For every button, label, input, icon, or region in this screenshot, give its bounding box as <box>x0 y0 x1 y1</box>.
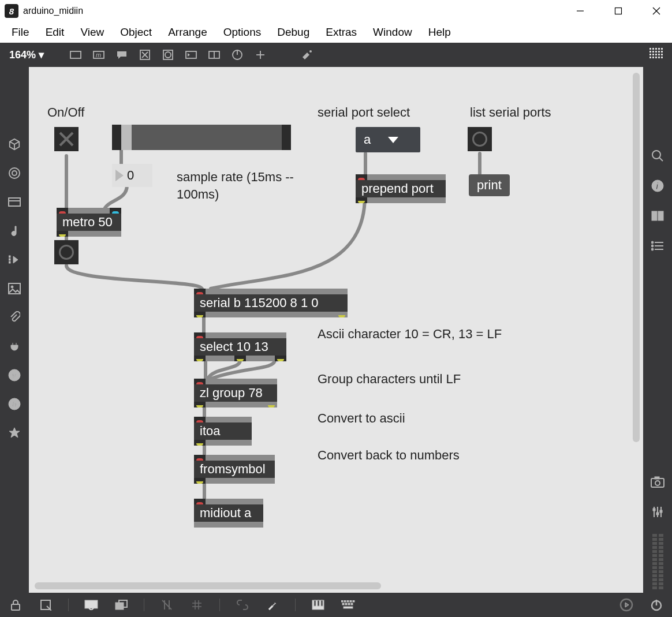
menu-arrange[interactable]: Arrange <box>160 23 215 42</box>
patcher-canvas[interactable]: On/Off serial port select list serial po… <box>29 67 643 593</box>
search-icon[interactable] <box>649 148 666 164</box>
add-icon[interactable] <box>252 47 269 62</box>
menu-file[interactable]: File <box>3 23 38 42</box>
menu-edit[interactable]: Edit <box>38 23 73 42</box>
object-text: select 10 13 <box>194 338 286 356</box>
camera-icon[interactable] <box>649 474 666 490</box>
right-palette: i <box>643 67 672 593</box>
object-metro[interactable]: metro 50 <box>57 208 121 237</box>
level-meter <box>652 534 663 589</box>
comment-fromsymbol: Convert back to numbers <box>318 448 460 463</box>
svg-rect-59 <box>652 211 657 220</box>
object-select[interactable]: select 10 13 <box>194 332 286 361</box>
object-zlgroup[interactable]: zl group 78 <box>194 379 277 407</box>
vertical-scrollbar[interactable] <box>633 73 640 442</box>
v-circle-icon[interactable]: v <box>6 367 23 383</box>
svg-rect-69 <box>655 477 659 479</box>
snap-off-icon[interactable] <box>159 597 174 612</box>
menu-debug[interactable]: Debug <box>269 23 318 42</box>
svg-text:b: b <box>12 400 16 409</box>
object-text: print <box>469 174 510 196</box>
svg-rect-1 <box>615 8 622 14</box>
svg-rect-89 <box>321 600 323 606</box>
plug-icon[interactable] <box>6 338 23 354</box>
target-icon[interactable] <box>6 165 23 181</box>
new-object-icon[interactable] <box>67 47 84 62</box>
minimize-button[interactable] <box>567 2 593 20</box>
object-serial[interactable]: serial b 115200 8 1 0 <box>194 289 348 317</box>
object-prepend-port[interactable]: prepend port <box>356 174 446 203</box>
message-print[interactable]: print <box>469 174 510 196</box>
svg-rect-22 <box>652 48 654 50</box>
menu-help[interactable]: Help <box>420 23 459 42</box>
bang-list-ports[interactable] <box>468 127 492 151</box>
menu-window[interactable]: Window <box>365 23 420 42</box>
star-icon[interactable] <box>6 425 23 441</box>
keyboard-icon[interactable] <box>341 597 356 612</box>
object-midiout[interactable]: midiout a <box>194 499 263 528</box>
open-patcher-icon[interactable] <box>38 597 53 612</box>
slider-sample-rate[interactable] <box>112 125 291 150</box>
new-toggle-icon[interactable] <box>136 47 154 62</box>
dropdown-serial-port[interactable]: a <box>356 127 420 152</box>
cube-icon[interactable] <box>6 136 23 152</box>
info-icon[interactable]: i <box>649 178 666 194</box>
menu-options[interactable]: Options <box>215 23 269 42</box>
panel-icon[interactable] <box>6 194 23 210</box>
new-number-icon[interactable] <box>182 47 200 62</box>
menu-view[interactable]: View <box>72 23 112 42</box>
svg-rect-78 <box>12 604 20 610</box>
image-icon[interactable] <box>6 281 23 297</box>
dropdown-value: a <box>364 132 371 147</box>
svg-rect-35 <box>661 54 663 55</box>
menu-object[interactable]: Object <box>112 23 160 42</box>
svg-point-55 <box>652 151 660 159</box>
attach-icon[interactable] <box>6 309 23 326</box>
svg-line-85 <box>162 600 171 609</box>
power-icon[interactable] <box>649 597 664 612</box>
note-icon[interactable] <box>6 223 23 239</box>
bang-metro-out[interactable] <box>54 240 79 264</box>
svg-rect-90 <box>341 600 343 602</box>
new-comment-icon[interactable] <box>113 47 130 62</box>
object-text: fromsymbol <box>194 461 275 478</box>
step-icon[interactable] <box>6 252 23 268</box>
new-slider-icon[interactable] <box>206 47 223 62</box>
columns-icon[interactable] <box>649 208 666 224</box>
object-text: prepend port <box>356 180 446 197</box>
svg-marker-13 <box>188 53 190 57</box>
play-circle-icon[interactable] <box>619 597 634 612</box>
svg-rect-98 <box>351 603 353 605</box>
paint-icon[interactable] <box>298 47 315 62</box>
lock-icon[interactable] <box>8 597 23 612</box>
link-icon[interactable] <box>235 597 250 612</box>
presentation-icon[interactable] <box>84 597 99 612</box>
svg-rect-32 <box>652 54 654 55</box>
menu-extras[interactable]: Extras <box>318 23 365 42</box>
svg-rect-39 <box>658 57 660 58</box>
b-circle-icon[interactable]: b <box>6 396 23 412</box>
numbox-sample-rate[interactable]: 0 <box>112 164 152 187</box>
caret-down-icon <box>388 137 398 143</box>
horizontal-scrollbar[interactable] <box>35 582 381 589</box>
object-itoa[interactable]: itoa <box>194 417 252 446</box>
new-message-icon[interactable]: m <box>90 47 107 62</box>
grid-icon[interactable] <box>189 597 204 612</box>
svg-rect-26 <box>649 51 651 53</box>
toggle-onoff[interactable] <box>54 127 79 151</box>
mixer-icon[interactable] <box>649 504 666 520</box>
new-bang-icon[interactable] <box>159 47 177 62</box>
object-fromsymbol[interactable]: fromsymbol <box>194 455 275 484</box>
grid-view-icon[interactable] <box>649 47 666 62</box>
svg-rect-43 <box>9 198 20 206</box>
wrench-icon[interactable] <box>265 597 280 612</box>
close-button[interactable] <box>643 2 670 20</box>
zoom-selector[interactable]: 164% ▾ <box>6 48 47 61</box>
new-dial-icon[interactable] <box>229 47 246 62</box>
piano-icon[interactable] <box>311 597 326 612</box>
svg-point-42 <box>12 171 17 175</box>
svg-rect-12 <box>186 51 196 58</box>
maximize-button[interactable] <box>605 2 632 20</box>
list-icon[interactable] <box>649 238 666 254</box>
layers-icon[interactable] <box>114 597 129 612</box>
